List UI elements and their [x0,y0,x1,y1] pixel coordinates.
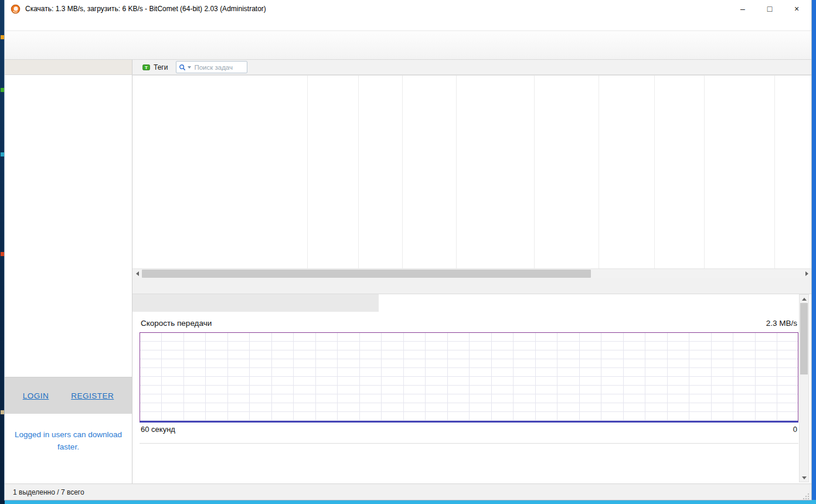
horizontal-scrollbar[interactable] [132,268,811,278]
svg-text:T: T [145,65,148,70]
sidebar: LOGIN REGISTER Logged in users can downl… [5,75,132,483]
register-link[interactable]: REGISTER [71,391,114,400]
scroll-left-arrow[interactable] [132,269,142,278]
titlebar: Скачать: 1.3 MB/s, загрузить: 6 KB/s - B… [5,0,811,18]
desktop-icon-fragment [1,410,4,414]
graph-toolbar [132,294,811,312]
window-controls: – □ × [729,0,811,18]
speed-chart [140,332,798,423]
login-link[interactable]: LOGIN [23,391,49,400]
detail-tabs [132,278,811,294]
tags-button[interactable]: T Теги [137,60,172,74]
login-panel: LOGIN REGISTER [5,377,132,414]
graph-panel: Скорость передачи 2.3 MB/s 60 секунд 0 [132,312,811,483]
category-tree [5,75,132,377]
tag-icon: T [142,63,151,71]
toolbar [5,30,811,60]
desktop-icon-fragment [1,88,4,92]
chart-max-value: 2.3 MB/s [766,319,797,328]
taskbar-strip [5,500,816,504]
scroll-down-arrow[interactable] [802,474,807,482]
chart-title: Скорость передачи [141,319,212,328]
maximize-button[interactable]: □ [756,0,783,18]
quick-filter-bar [132,60,137,74]
statusbar: 1 выделенно / 7 всего [5,483,811,500]
desktop-icon-fragment [1,35,4,39]
login-note: Logged in users can download faster. [5,414,132,483]
window-title: Скачать: 1.3 MB/s, загрузить: 6 KB/s - B… [25,5,266,13]
horizontal-scroll-thumb[interactable] [142,270,591,278]
bitcomet-logo-icon [11,4,21,14]
resize-grip[interactable] [803,493,810,500]
desktop-edge-left [0,0,5,504]
desktop-icon-fragment [1,252,4,256]
table-header [132,75,811,76]
search-icon [179,64,186,71]
sidebar-tabs [5,60,132,74]
vertical-scroll-thumb[interactable] [800,303,808,374]
horizontal-scroll-track[interactable] [142,269,802,278]
vertical-scrollbar[interactable] [799,294,809,482]
desktop-icon-fragment [1,152,4,156]
graph-toolbar-buttons [132,294,379,312]
chart-x-left-label: 60 секунд [141,425,175,434]
chart-x-right-label: 0 [793,425,797,434]
search-input[interactable] [193,63,244,71]
tags-button-label: Теги [154,63,168,71]
search-box [176,61,247,73]
minimize-button[interactable]: – [729,0,756,18]
bitcomet-window: Скачать: 1.3 MB/s, загрузить: 6 KB/s - B… [5,0,811,500]
secondary-toolbar: T Теги [5,60,811,75]
global-speed-stats [140,444,798,449]
vertical-scroll-track[interactable] [800,303,808,474]
task-table [132,75,811,268]
scroll-up-arrow[interactable] [802,295,807,303]
scroll-right-arrow[interactable] [802,269,811,278]
menubar [5,18,811,30]
search-dropdown-caret[interactable] [188,66,191,69]
close-button[interactable]: × [783,0,810,18]
status-selection-count: 1 выделенно / 7 всего [5,488,84,496]
content-area: Скорость передачи 2.3 MB/s 60 секунд 0 [132,75,811,483]
